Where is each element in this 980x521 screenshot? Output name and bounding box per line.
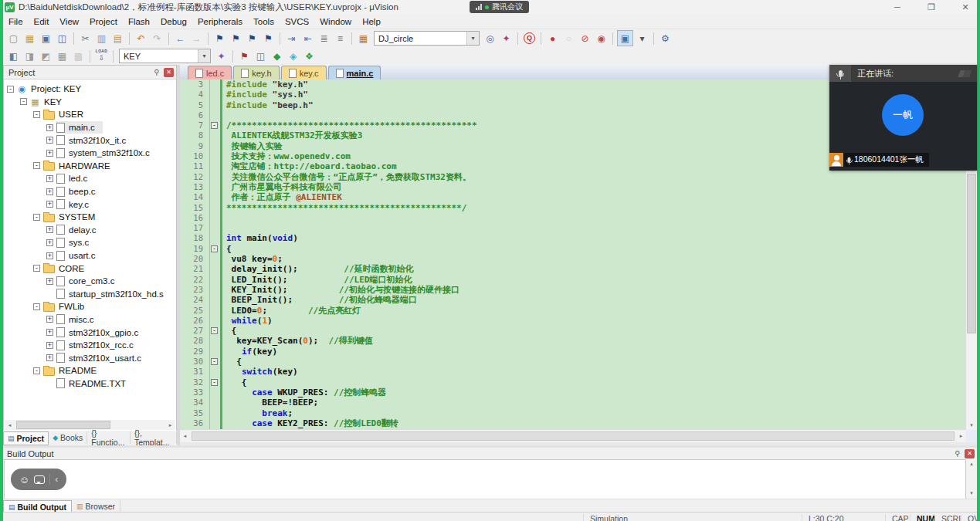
menu-file[interactable]: File xyxy=(3,17,29,26)
bookmark-toggle-icon[interactable]: ⚑ xyxy=(212,31,227,46)
expand-icon[interactable]: + xyxy=(46,252,53,259)
tree-item-user[interactable]: -USER xyxy=(4,108,176,121)
panel-tab-books[interactable]: ◆Books xyxy=(49,431,87,444)
manage-run-time-icon[interactable]: ◈ xyxy=(286,49,300,63)
uncomment-selection-icon[interactable]: ≡ xyxy=(333,31,348,46)
tree-item-stm32f10x-usart-c[interactable]: +stm32f10x_usart.c xyxy=(4,351,176,364)
dropdown-caret-icon[interactable]: ▾ xyxy=(198,49,210,63)
meeting-reaction-bar[interactable]: ☺ ‹ xyxy=(11,469,66,490)
expand-icon[interactable]: + xyxy=(46,278,53,285)
navigate-forward-icon[interactable]: → xyxy=(189,31,204,46)
minimize-button[interactable]: ─ xyxy=(892,2,903,12)
dropdown-caret-icon[interactable]: ▾ xyxy=(466,32,479,45)
menu-debug[interactable]: Debug xyxy=(155,17,192,26)
outdent-icon[interactable]: ⇤ xyxy=(300,31,315,46)
editor-tab-led-c[interactable]: led.c xyxy=(188,66,232,80)
tree-item-misc-c[interactable]: +misc.c xyxy=(4,313,176,326)
window-split-icon[interactable]: ◫ xyxy=(253,49,268,63)
menu-edit[interactable]: Edit xyxy=(29,17,55,26)
kill-breakpoints-icon[interactable]: ◉ xyxy=(594,31,609,46)
tree-item-stm32f10x-it-c[interactable]: +stm32f10x_it.c xyxy=(4,134,176,147)
tree-item-stm32f10x-gpio-c[interactable]: +stm32f10x_gpio.c xyxy=(4,326,176,339)
expand-icon[interactable]: + xyxy=(46,124,53,131)
tree-item-fwlib[interactable]: -FWLib xyxy=(4,300,176,313)
collapse-icon[interactable]: - xyxy=(33,303,40,310)
tree-item-key-c[interactable]: +key.c xyxy=(4,198,176,211)
build-output-content[interactable] xyxy=(4,459,966,499)
scroll-right-icon[interactable]: ▸ xyxy=(956,433,966,439)
find-combobox[interactable]: DJ_circle▾ xyxy=(374,31,480,46)
debug-flag-icon[interactable]: ⚑ xyxy=(237,49,252,63)
tree-item-startup-stm32f10x-hd-s[interactable]: startup_stm32f10x_hd.s xyxy=(4,288,176,301)
menu-flash[interactable]: Flash xyxy=(123,17,155,26)
collapse-icon[interactable]: - xyxy=(33,265,40,272)
save-all-icon[interactable]: ◫ xyxy=(55,31,70,46)
scroll-left-icon[interactable]: ◂ xyxy=(5,422,15,428)
panel-close-icon[interactable]: ✕ xyxy=(965,449,975,458)
bottom-tab-browser[interactable]: ▥Browser xyxy=(72,500,120,512)
collapse-chevron-icon[interactable]: ‹ xyxy=(55,474,58,485)
expand-icon[interactable]: + xyxy=(46,150,53,157)
menu-project[interactable]: Project xyxy=(84,17,123,26)
microphone-button[interactable] xyxy=(829,65,851,82)
tree-item-usart-c[interactable]: +usart.c xyxy=(4,249,176,262)
menu-view[interactable]: View xyxy=(54,17,84,26)
load-download-icon[interactable]: LOAD⇩ xyxy=(94,49,109,63)
expand-icon[interactable]: + xyxy=(46,329,53,336)
manage-components-icon[interactable]: ◆ xyxy=(270,49,284,63)
panel-tab-functions[interactable]: {} Functio... xyxy=(87,431,131,444)
build-icon[interactable]: ◨ xyxy=(22,49,37,63)
panel-tab-templates[interactable]: {}, Templat... xyxy=(131,431,177,444)
navigate-back-icon[interactable]: ← xyxy=(173,31,188,46)
cut-icon[interactable]: ✂ xyxy=(78,31,93,46)
meeting-video-tile[interactable]: 一帆 1806014401张一帆 xyxy=(829,82,977,171)
fold-collapse-icon[interactable]: - xyxy=(209,244,220,254)
scroll-down-icon[interactable]: ▾ xyxy=(966,420,977,430)
bookmark-clear-icon[interactable]: ⚑ xyxy=(261,31,276,46)
expand-icon[interactable]: + xyxy=(46,239,53,246)
tree-item-core-cm3-c[interactable]: +core_cm3.c xyxy=(4,275,176,288)
expand-icon[interactable]: + xyxy=(46,354,53,361)
collapse-icon[interactable]: - xyxy=(33,367,40,374)
scroll-left-icon[interactable]: ◂ xyxy=(180,433,190,439)
open-folder-icon[interactable]: ▦ xyxy=(22,31,37,46)
menu-peripherals[interactable]: Peripherals xyxy=(192,17,248,26)
function-book-icon[interactable]: ▦ xyxy=(356,31,371,46)
menu-help[interactable]: Help xyxy=(357,17,386,26)
expand-icon[interactable]: + xyxy=(46,316,53,323)
translate-file-icon[interactable]: ◧ xyxy=(6,49,21,63)
meeting-overlay[interactable]: 正在讲话: 一帆 1806014401张一帆 xyxy=(829,65,977,171)
tree-item-system[interactable]: -SYSTEM xyxy=(4,211,176,224)
expand-icon[interactable]: + xyxy=(46,137,53,144)
tree-item-key[interactable]: -▦KEY xyxy=(4,96,176,109)
configuration-wrench-icon[interactable]: ⚙ xyxy=(658,31,673,46)
target-select-combobox[interactable]: KEY▾ xyxy=(119,49,211,63)
target-options-icon[interactable]: ✦ xyxy=(214,49,229,63)
expand-icon[interactable]: + xyxy=(46,188,53,195)
tree-item-led-c[interactable]: +led.c xyxy=(4,172,176,185)
collapse-icon[interactable]: - xyxy=(7,86,14,93)
new-file-icon[interactable]: ▢ xyxy=(6,31,21,46)
tree-item-readme[interactable]: -README xyxy=(4,364,176,377)
tree-item-system-stm32f10x-c[interactable]: +system_stm32f10x.c xyxy=(4,147,176,160)
panel-tab-project[interactable]: ▤Project xyxy=(3,431,49,445)
tree-item-delay-c[interactable]: +delay.c xyxy=(4,224,176,237)
expand-icon[interactable]: + xyxy=(46,175,53,182)
tree-item-readme-txt[interactable]: README.TXT xyxy=(4,377,176,391)
editor-tab-key-c[interactable]: key.c xyxy=(281,66,327,80)
tree-item-core[interactable]: -CORE xyxy=(4,262,176,275)
menu-tools[interactable]: Tools xyxy=(248,17,280,26)
collapse-icon[interactable]: - xyxy=(20,98,27,105)
window-dropdown-caret-icon[interactable]: ▾ xyxy=(635,31,649,46)
collapse-icon[interactable]: - xyxy=(33,162,40,169)
find-magnifier-icon[interactable]: Q xyxy=(522,31,537,46)
tencent-meeting-badge[interactable]: 腾讯会议 xyxy=(470,1,529,13)
batch-build-icon[interactable]: ▦ xyxy=(55,49,70,63)
editor-tab-main-c[interactable]: main.c xyxy=(328,66,381,80)
pin-icon[interactable]: ⚲ xyxy=(952,449,963,458)
reference-search-icon[interactable]: ✦ xyxy=(499,31,514,46)
save-icon[interactable]: ▣ xyxy=(39,31,53,46)
editor-hscrollbar[interactable]: ◂ ▸ xyxy=(180,429,966,442)
menu-window[interactable]: Window xyxy=(314,17,357,26)
disable-breakpoint-icon[interactable]: ⊘ xyxy=(578,31,592,46)
